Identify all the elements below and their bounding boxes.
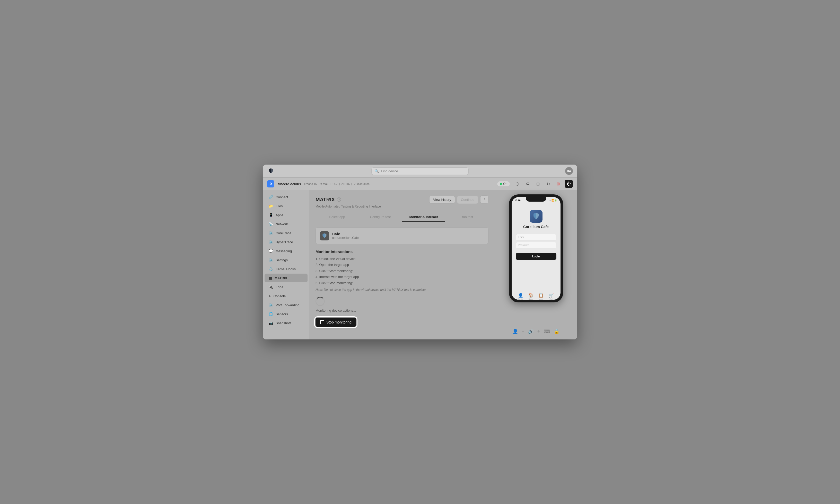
phone-tab-profile[interactable]: 👤 Profile	[518, 293, 523, 300]
app-bundle: com.corellium.Cafe	[332, 236, 359, 240]
more-options-button[interactable]: ⋮	[480, 195, 488, 204]
sidebar-item-settings-label: Settings	[276, 258, 288, 262]
status-badge: On	[497, 181, 510, 187]
cart-tab-icon: 🛒	[549, 293, 554, 298]
columns-button[interactable]: ⊞	[534, 180, 542, 188]
person-control-button[interactable]: 👤	[512, 329, 518, 334]
monitor-step-5: 5. Click "Stop monitoring"	[316, 280, 488, 286]
monitor-step-3: 3. Click "Start monitoring"	[316, 268, 488, 274]
device-model: iPhone 15 Pro Max	[304, 182, 328, 185]
volume-control-button[interactable]: 🔊	[528, 329, 534, 334]
stop-monitoring-label: Stop monitoring	[326, 320, 352, 324]
controls-separator-1: −	[522, 329, 524, 334]
step-configure-test[interactable]: Configure test	[359, 212, 402, 222]
monitor-section: Monitor interactions 1. Unlock the virtu…	[316, 249, 488, 292]
phone-frame: 10:28 ▲ 📶 🔋 Corellium Cafe Email Passw	[509, 194, 563, 302]
sidebar-item-kernel-hooks[interactable]: ⚓ Kernel Hooks	[265, 265, 308, 273]
avatar[interactable]: DA	[565, 167, 573, 175]
step-monitor-interact[interactable]: Monitor & interact	[402, 212, 445, 222]
header-actions: ⬡ 🏷 ⊞ ↻ 🗑 ⏻	[513, 180, 573, 188]
sidebar-item-coretrace[interactable]: ⚙️ CoreTrace	[265, 229, 308, 237]
sidebar-item-network[interactable]: 📡 Network	[265, 220, 308, 228]
controls-separator-2: +	[537, 329, 540, 334]
phone-notch	[526, 197, 546, 202]
step-select-app[interactable]: Select app	[316, 212, 359, 222]
sidebar-item-kernel-hooks-label: Kernel Hooks	[276, 267, 296, 271]
view-history-button[interactable]: View history	[429, 196, 455, 204]
sidebar-item-settings[interactable]: ⚙️ Settings	[265, 256, 308, 264]
device-avatar: D	[267, 180, 274, 187]
sidebar-item-frida-label: Frida	[276, 285, 283, 289]
spinner-section: Monitoring device actions...	[316, 297, 488, 312]
snapshots-icon: 📷	[269, 321, 273, 325]
sidebar-item-port-forwarding-label: Port Forwarding	[276, 303, 299, 307]
sidebar-item-files-label: Files	[276, 204, 283, 208]
search-input[interactable]	[381, 169, 465, 173]
sidebar-item-snapshots[interactable]: 📷 Snapshots	[265, 319, 308, 327]
sidebar-item-hypertrace-label: HyperTrace	[276, 240, 293, 244]
phone-content: Corellium Cafe Email Password Login 👤 Pr…	[512, 203, 561, 300]
stop-icon	[320, 320, 324, 324]
sidebar-item-sensors[interactable]: 🌐 Sensors	[265, 310, 308, 318]
matrix-header: MATRIX ? View history Continue ⋮	[316, 195, 488, 204]
menu-tab-label: Menu	[539, 298, 543, 300]
search-bar[interactable]: 🔍	[371, 167, 468, 175]
phone-tab-cart[interactable]: 🛒 Cart	[549, 293, 554, 300]
delete-button[interactable]: 🗑	[554, 180, 563, 188]
matrix-actions: View history Continue ⋮	[429, 195, 488, 204]
device-version: 17.7	[332, 182, 337, 185]
home-tab-label: Home	[528, 298, 533, 300]
status-dot	[500, 183, 502, 185]
tag-button[interactable]: 🏷	[523, 180, 532, 188]
step-run-test[interactable]: Run test	[445, 212, 488, 222]
sidebar-item-matrix[interactable]: ▦ MATRIX	[265, 274, 308, 282]
matrix-info-icon[interactable]: ?	[337, 197, 341, 202]
sidebar-item-apps-label: Apps	[276, 213, 283, 217]
sidebar-item-messaging[interactable]: 💬 Messaging	[265, 247, 308, 255]
sidebar-item-connect[interactable]: 🔗 Connect	[265, 193, 308, 201]
profile-tab-label: Profile	[518, 298, 523, 300]
device-meta: iPhone 15 Pro Max | 17.7 | 21H16 | ✓ Jai…	[304, 182, 370, 186]
phone-tab-menu[interactable]: 📋 Menu	[538, 293, 544, 300]
top-bar: 🔍 DA	[263, 165, 577, 178]
power-button[interactable]: ⏻	[565, 180, 573, 188]
console-icon: >	[269, 294, 271, 298]
phone-tab-bar: 👤 Profile 🏠 Home 📋 Menu	[516, 291, 556, 300]
sidebar-item-network-label: Network	[276, 222, 288, 226]
messaging-icon: 💬	[269, 249, 273, 253]
connect-icon: 🔗	[269, 195, 273, 199]
phone-login-button[interactable]: Login	[516, 253, 556, 260]
sidebar-item-frida[interactable]: 🔌 Frida	[265, 283, 308, 291]
app-logo	[267, 167, 275, 175]
refresh-button[interactable]: ↻	[544, 180, 552, 188]
external-link-button[interactable]: ⬡	[513, 180, 521, 188]
device-name: sincere-oculus	[277, 182, 301, 186]
sidebar-item-port-forwarding[interactable]: ⚙️ Port Forwarding	[265, 301, 308, 309]
coretrace-icon: ⚙️	[269, 231, 273, 235]
sidebar-item-files[interactable]: 📁 Files	[265, 202, 308, 210]
phone-password-field[interactable]: Password	[516, 242, 556, 248]
sidebar-item-sensors-label: Sensors	[276, 312, 288, 316]
device-build: 21H16	[341, 182, 349, 185]
sidebar-item-apps[interactable]: 📱 Apps	[265, 211, 308, 219]
phone-time: 10:28	[515, 199, 521, 202]
search-icon: 🔍	[375, 169, 379, 173]
steps-nav: Select app Configure test Monitor & inte…	[316, 212, 488, 222]
files-icon: 📁	[269, 204, 273, 208]
sidebar-item-hypertrace[interactable]: ⚙️ HyperTrace	[265, 238, 308, 246]
port-forwarding-icon: ⚙️	[269, 303, 273, 307]
network-icon: 📡	[269, 222, 273, 226]
main-content: 🔗 Connect 📁 Files 📱 Apps 📡 Network ⚙️ Co…	[263, 190, 577, 339]
monitor-step-1: 1. Unlock the virtual device	[316, 256, 488, 262]
sidebar-item-console[interactable]: > Console	[265, 292, 308, 300]
lock-control-button[interactable]: 🔒	[554, 329, 559, 334]
phone-email-field[interactable]: Email	[516, 234, 556, 240]
monitor-step-2: 2. Open the target app	[316, 262, 488, 268]
stop-monitoring-button[interactable]: Stop monitoring	[316, 318, 356, 327]
selected-app-row: Cafe com.corellium.Cafe	[316, 227, 488, 244]
keyboard-control-button[interactable]: ⌨	[544, 329, 550, 334]
phone-tab-home[interactable]: 🏠 Home	[528, 293, 533, 300]
app-icon	[320, 231, 329, 240]
matrix-content: MATRIX ? View history Continue ⋮ Mobile …	[309, 190, 495, 339]
matrix-icon: ▦	[269, 276, 272, 280]
